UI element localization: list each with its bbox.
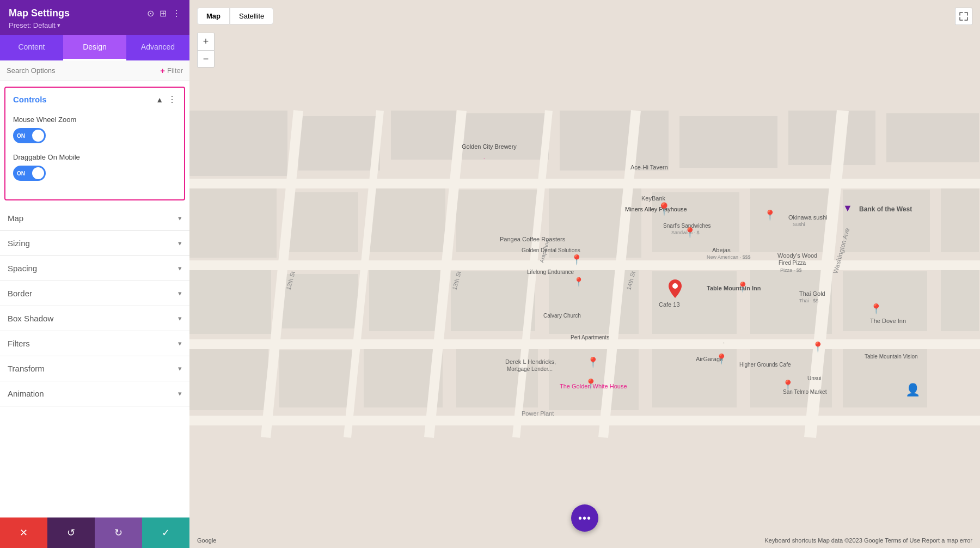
svg-rect-16 [843, 190, 930, 252]
svg-text:·: · [483, 155, 485, 161]
preset-label[interactable]: Preset: Default ▾ [9, 21, 181, 29]
chevron-up-icon: ▲ [156, 95, 163, 104]
mouse-wheel-zoom-toggle[interactable]: ON [13, 128, 46, 143]
sidebar-footer: ✕ ↺ ↻ ✓ [0, 517, 189, 548]
search-bar: + Filter [0, 60, 189, 81]
section-dots-icon[interactable]: ⋮ [168, 94, 176, 105]
undo-button[interactable]: ↺ [47, 517, 95, 548]
svg-text:📍: 📍 [573, 277, 584, 287]
svg-rect-5 [560, 111, 669, 171]
svg-text:Bank of the West: Bank of the West [859, 205, 912, 213]
save-button[interactable]: ✓ [142, 517, 189, 548]
more-icon[interactable]: ⋮ [172, 8, 181, 19]
svg-rect-21 [451, 271, 535, 331]
svg-rect-1 [189, 111, 287, 176]
svg-text:Peri Apartments: Peri Apartments [571, 334, 609, 340]
redo-button[interactable]: ↻ [95, 517, 142, 548]
border-section-title: Border [8, 289, 32, 298]
transform-section-header[interactable]: Transform ▾ [8, 356, 182, 381]
svg-text:Thai · $$: Thai · $$ [799, 298, 818, 303]
svg-rect-18 [189, 269, 271, 334]
map-zoom-controls: + − [197, 33, 215, 68]
box-shadow-section-header[interactable]: Box Shadow ▾ [8, 306, 182, 331]
layout-icon[interactable]: ⊞ [160, 8, 167, 19]
map-tab-map[interactable]: Map [197, 8, 230, 25]
svg-text:👤: 👤 [905, 382, 921, 397]
controls-header-icons: ▲ ⋮ [156, 94, 176, 105]
transform-section-title: Transform [8, 364, 45, 373]
search-input[interactable] [7, 66, 156, 75]
svg-text:📍: 📍 [571, 254, 583, 266]
map-chevron-icon: ▾ [178, 214, 182, 222]
svg-rect-6 [679, 116, 777, 168]
zoom-in-button[interactable]: + [197, 33, 215, 50]
svg-text:📍: 📍 [657, 202, 672, 216]
border-section: Border ▾ [0, 281, 189, 306]
svg-rect-2 [298, 116, 380, 171]
filter-button[interactable]: + Filter [160, 66, 183, 75]
svg-text:📍: 📍 [585, 378, 597, 390]
animation-section-header[interactable]: Animation ▾ [8, 381, 182, 406]
svg-text:Mortgage Lender...: Mortgage Lender... [507, 366, 553, 372]
filters-chevron-icon: ▾ [178, 339, 182, 348]
sizing-chevron-icon: ▾ [178, 239, 182, 247]
svg-text:KeyBank: KeyBank [641, 195, 666, 202]
svg-rect-4 [462, 113, 549, 160]
svg-rect-3 [391, 111, 456, 160]
animation-section: Animation ▾ [0, 381, 189, 406]
tab-advanced[interactable]: Advanced [126, 35, 189, 60]
svg-rect-26 [941, 269, 979, 331]
undo-icon: ↺ [67, 527, 75, 539]
sidebar-header: Map Settings ⊙ ⊞ ⋮ Preset: Default ▾ [0, 0, 189, 35]
svg-text:New American · $$$: New American · $$$ [707, 254, 751, 260]
svg-text:·: · [723, 339, 725, 346]
svg-text:Power Plant: Power Plant [522, 410, 554, 417]
map-section-header[interactable]: Map ▾ [8, 206, 182, 230]
draggable-mobile-row: Draggable On Mobile ON [13, 153, 176, 181]
fab-button[interactable]: ••• [571, 504, 598, 532]
svg-rect-20 [369, 269, 440, 331]
svg-rect-31 [549, 345, 639, 410]
svg-text:Golden Dental Solutions: Golden Dental Solutions [522, 247, 580, 253]
controls-section: Controls ▲ ⋮ Mouse Wheel Zoom ON Dra [4, 87, 185, 200]
filters-section-header[interactable]: Filters ▾ [8, 331, 182, 356]
sidebar-header-top: Map Settings ⊙ ⊞ ⋮ [9, 8, 181, 19]
tab-content[interactable]: Content [0, 35, 63, 60]
border-chevron-icon: ▾ [178, 289, 182, 297]
draggable-mobile-toggle[interactable]: ON [13, 166, 46, 181]
close-button[interactable]: ✕ [0, 517, 47, 548]
svg-text:📍: 📍 [737, 281, 749, 293]
fab-dots-icon: ••• [578, 512, 591, 525]
svg-rect-38 [189, 416, 980, 425]
sidebar: Map Settings ⊙ ⊞ ⋮ Preset: Default ▾ Con… [0, 0, 189, 548]
map-tab-satellite[interactable]: Satellite [230, 8, 273, 25]
svg-text:Thai Gold: Thai Gold [799, 290, 825, 297]
target-icon[interactable]: ⊙ [147, 8, 154, 19]
map-expand-button[interactable] [955, 8, 972, 25]
sizing-section-header[interactable]: Sizing ▾ [8, 231, 182, 255]
svg-text:📍: 📍 [764, 209, 776, 221]
border-section-header[interactable]: Border ▾ [8, 281, 182, 306]
svg-text:Unsui: Unsui [807, 375, 822, 381]
spacing-section-title: Spacing [8, 264, 37, 273]
transform-section: Transform ▾ [0, 356, 189, 381]
zoom-out-button[interactable]: − [197, 50, 215, 68]
sizing-section: Sizing ▾ [0, 231, 189, 256]
controls-section-header[interactable]: Controls ▲ ⋮ [5, 88, 184, 111]
svg-text:▼: ▼ [843, 203, 853, 214]
main-content: 12th St 13th St 14th St Arapahoe Washing… [189, 0, 980, 548]
sidebar-content: Controls ▲ ⋮ Mouse Wheel Zoom ON Dra [0, 81, 189, 517]
mouse-wheel-zoom-label: Mouse Wheel Zoom [13, 115, 176, 124]
tab-design[interactable]: Design [63, 35, 126, 60]
toggle-on-text-1: ON [17, 133, 25, 139]
map-section: Map ▾ [0, 206, 189, 231]
svg-rect-17 [941, 187, 979, 252]
svg-text:Lifelong Endurance: Lifelong Endurance [527, 269, 574, 275]
svg-rect-27 [189, 345, 268, 410]
spacing-chevron-icon: ▾ [178, 264, 182, 272]
map-container[interactable]: 12th St 13th St 14th St Arapahoe Washing… [189, 0, 980, 548]
spacing-section-header[interactable]: Spacing ▾ [8, 256, 182, 281]
svg-rect-7 [788, 111, 875, 165]
svg-text:📍: 📍 [870, 303, 883, 315]
map-area: 12th St 13th St 14th St Arapahoe Washing… [189, 0, 980, 548]
